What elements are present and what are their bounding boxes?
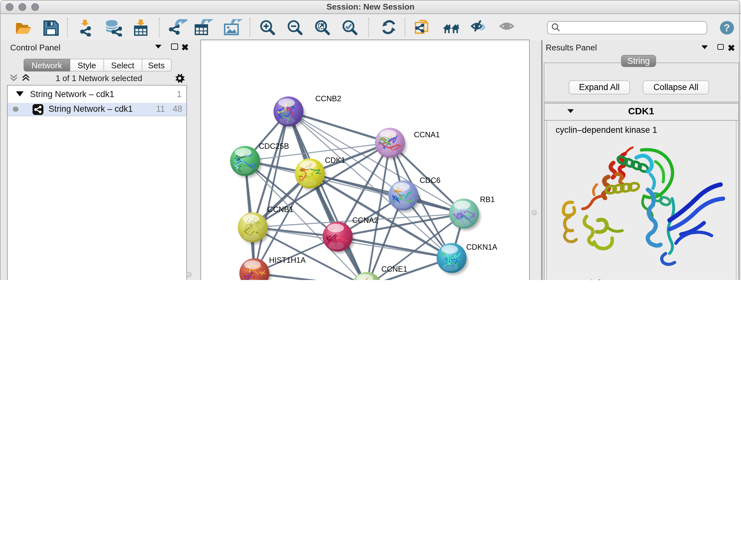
svg-text:CDC6: CDC6 xyxy=(420,176,441,185)
svg-text:CCNB1: CCNB1 xyxy=(267,205,293,213)
svg-text:CDKN1A: CDKN1A xyxy=(466,243,497,251)
svg-text:CCNB2: CCNB2 xyxy=(315,94,341,103)
svg-text:HIST1H1A: HIST1H1A xyxy=(269,256,306,264)
svg-text:CDK1: CDK1 xyxy=(325,156,345,165)
svg-text:CCNA1: CCNA1 xyxy=(414,130,440,139)
svg-text:CCNA2: CCNA2 xyxy=(352,216,378,225)
svg-text:RB1: RB1 xyxy=(480,195,495,204)
svg-text:CCNE1: CCNE1 xyxy=(381,265,407,273)
svg-text:CDC25B: CDC25B xyxy=(259,142,289,150)
